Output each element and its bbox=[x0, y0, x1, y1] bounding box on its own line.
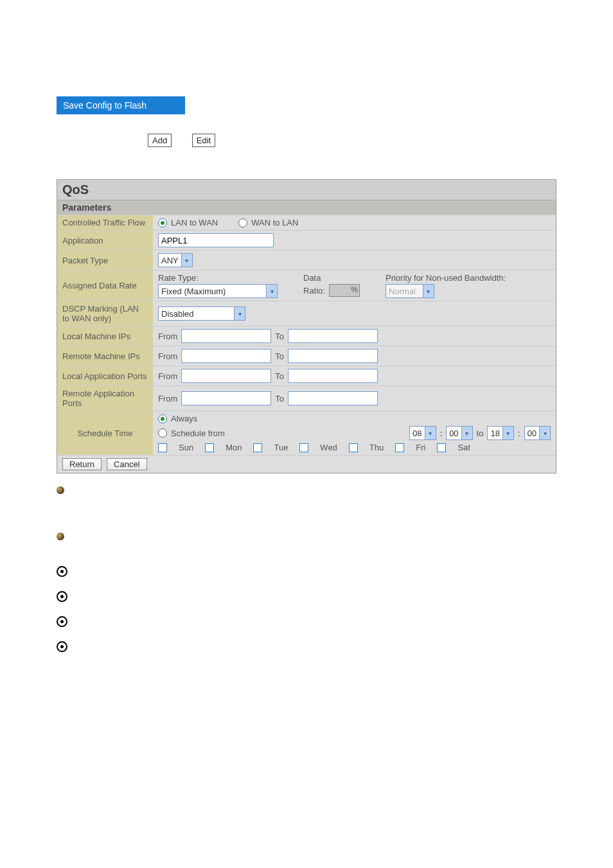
checkbox-tue[interactable] bbox=[253, 443, 262, 452]
radio-schedule-from[interactable] bbox=[158, 429, 167, 438]
day-tue: Tue bbox=[274, 443, 288, 452]
checkbox-mon[interactable] bbox=[205, 443, 214, 452]
chevron-down-icon: ▾ bbox=[181, 254, 192, 267]
local-ports-to-input[interactable] bbox=[288, 369, 378, 383]
remote-ports-from-label: From bbox=[158, 394, 177, 403]
radio-always-label: Always bbox=[171, 414, 197, 423]
chevron-down-icon: ▾ bbox=[539, 427, 550, 439]
save-config-button[interactable]: Save Config to Flash bbox=[57, 96, 185, 114]
remote-ips-from-label: From bbox=[158, 351, 177, 361]
panel-subtitle: Parameters bbox=[57, 200, 556, 215]
rate-type-value: Fixed (Maximum) bbox=[161, 287, 263, 296]
radio-bullet-icon bbox=[57, 616, 67, 627]
rate-type-select[interactable]: Fixed (Maximum) ▾ bbox=[158, 284, 278, 298]
dscp-select[interactable]: Disabled ▾ bbox=[158, 306, 245, 321]
day-sun: Sun bbox=[179, 443, 193, 452]
remote-ports-to-label: To bbox=[275, 394, 284, 403]
local-ips-from-input[interactable] bbox=[181, 329, 271, 343]
chevron-down-icon: ▾ bbox=[234, 307, 245, 320]
checkbox-sun[interactable] bbox=[158, 443, 167, 452]
data-ratio-label2: Ratio: bbox=[303, 286, 325, 296]
schedule-hour-to-select[interactable]: 18▾ bbox=[487, 426, 513, 440]
schedule-hour-from-select[interactable]: 08▾ bbox=[409, 426, 436, 440]
colon: : bbox=[518, 429, 520, 438]
radio-always[interactable] bbox=[158, 414, 167, 423]
qos-panel: QoS Parameters Controlled Traffic Flow L… bbox=[57, 179, 556, 474]
label-remote-ports: Remote Application Ports bbox=[57, 386, 153, 411]
schedule-min-from-select[interactable]: 00▾ bbox=[446, 426, 472, 440]
label-controlled-traffic: Controlled Traffic Flow bbox=[57, 215, 153, 230]
local-ports-from-input[interactable] bbox=[181, 369, 271, 383]
application-input[interactable] bbox=[158, 233, 274, 247]
label-application: Application bbox=[57, 231, 153, 250]
radio-bullet-icon bbox=[57, 591, 67, 602]
label-schedule: Schedule Time bbox=[57, 411, 153, 455]
label-remote-ips: Remote Machine IPs bbox=[57, 346, 153, 366]
colon: : bbox=[440, 429, 443, 438]
edit-button[interactable]: Edit bbox=[192, 134, 215, 147]
chevron-down-icon: ▾ bbox=[461, 427, 472, 439]
chevron-down-icon: ▾ bbox=[502, 427, 513, 439]
schedule-min-to-select[interactable]: 00▾ bbox=[524, 426, 551, 440]
label-packet-type: Packet Type bbox=[57, 251, 153, 270]
remote-ips-from-input[interactable] bbox=[181, 349, 271, 363]
radio-bullet-icon bbox=[57, 566, 67, 577]
rate-type-label: Rate Type: bbox=[158, 273, 278, 283]
remote-ips-to-input[interactable] bbox=[288, 349, 378, 363]
radio-bullet-icon bbox=[57, 641, 67, 652]
local-ports-to-label: To bbox=[275, 371, 284, 381]
remote-ips-to-label: To bbox=[275, 351, 284, 361]
return-button[interactable]: Return bbox=[62, 458, 102, 470]
remote-ports-to-input[interactable] bbox=[288, 391, 378, 405]
checkbox-fri[interactable] bbox=[395, 443, 404, 452]
radio-schedule-from-label: Schedule from bbox=[171, 429, 225, 438]
packet-type-value: ANY bbox=[161, 256, 179, 265]
local-ips-to-label: To bbox=[275, 332, 284, 341]
add-button[interactable]: Add bbox=[148, 134, 172, 147]
checkbox-thu[interactable] bbox=[349, 443, 358, 452]
radio-wan-to-lan[interactable] bbox=[238, 218, 247, 227]
priority-value: Normal bbox=[389, 287, 420, 296]
label-assigned-rate: Assigned Data Rate bbox=[57, 270, 153, 301]
label-dscp: DSCP Marking (LAN to WAN only) bbox=[57, 301, 153, 326]
chevron-down-icon: ▾ bbox=[266, 285, 277, 297]
day-mon: Mon bbox=[226, 443, 242, 452]
radio-lan-to-wan-label: LAN to WAN bbox=[171, 218, 218, 227]
label-local-ports: Local Application Ports bbox=[57, 366, 153, 385]
day-thu: Thu bbox=[369, 443, 384, 452]
priority-label: Priority for Non-used Bandwidth: bbox=[386, 273, 506, 283]
day-wed: Wed bbox=[320, 443, 337, 452]
chevron-down-icon: ▾ bbox=[423, 285, 434, 297]
chevron-down-icon: ▾ bbox=[425, 427, 436, 439]
bullet-icon bbox=[57, 533, 64, 540]
schedule-to-label: to bbox=[477, 429, 484, 438]
radio-wan-to-lan-label: WAN to LAN bbox=[251, 218, 298, 227]
packet-type-select[interactable]: ANY ▾ bbox=[158, 253, 193, 267]
checkbox-sat[interactable] bbox=[437, 443, 446, 452]
dscp-value: Disabled bbox=[161, 309, 231, 319]
add-edit-row: Add Edit bbox=[148, 134, 613, 147]
local-ips-from-label: From bbox=[158, 332, 177, 341]
radio-lan-to-wan[interactable] bbox=[158, 218, 167, 227]
checkbox-wed[interactable] bbox=[299, 443, 308, 452]
data-ratio-input[interactable] bbox=[329, 284, 360, 297]
bullet-icon bbox=[57, 486, 64, 494]
priority-select: Normal ▾ bbox=[386, 284, 434, 298]
local-ports-from-label: From bbox=[158, 371, 177, 381]
panel-title: QoS bbox=[57, 180, 556, 200]
data-ratio-label1: Data bbox=[303, 273, 360, 283]
label-local-ips: Local Machine IPs bbox=[57, 326, 153, 346]
day-fri: Fri bbox=[416, 443, 425, 452]
day-sat: Sat bbox=[458, 443, 470, 452]
cancel-button[interactable]: Cancel bbox=[107, 458, 147, 470]
local-ips-to-input[interactable] bbox=[288, 329, 378, 343]
remote-ports-from-input[interactable] bbox=[181, 391, 271, 405]
